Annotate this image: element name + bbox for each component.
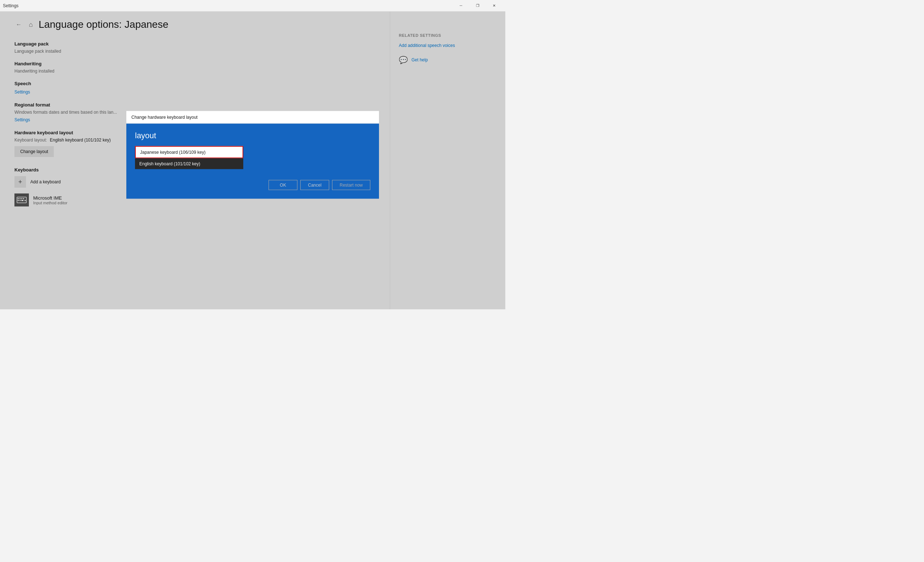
dialog-buttons: OK Cancel Restart now [135, 180, 370, 190]
dialog-title: Change hardware keyboard layout [131, 114, 197, 120]
minimize-button[interactable]: ─ [453, 0, 469, 12]
ok-button[interactable]: OK [268, 180, 297, 190]
titlebar-left: Settings [3, 3, 18, 8]
dropdown-option-english[interactable]: English keyboard (101/102 key) [135, 158, 243, 169]
dialog-body-title: layout [135, 131, 370, 140]
dialog-body: layout Japanese keyboard (106/109 key) E… [126, 123, 379, 199]
cancel-button[interactable]: Cancel [300, 180, 329, 190]
restart-now-button[interactable]: Restart now [332, 180, 370, 190]
change-keyboard-dialog: Change hardware keyboard layout layout J… [126, 111, 379, 199]
close-button[interactable]: ✕ [486, 0, 502, 12]
titlebar-controls: ─ ❐ ✕ [453, 0, 502, 12]
dialog-titlebar: Change hardware keyboard layout [126, 111, 379, 123]
maximize-button[interactable]: ❐ [469, 0, 486, 12]
titlebar-title: Settings [3, 3, 18, 8]
titlebar: Settings ─ ❐ ✕ [0, 0, 506, 12]
dropdown-option-japanese[interactable]: Japanese keyboard (106/109 key) [135, 146, 243, 158]
keyboard-dropdown[interactable]: Japanese keyboard (106/109 key) English … [135, 146, 243, 169]
